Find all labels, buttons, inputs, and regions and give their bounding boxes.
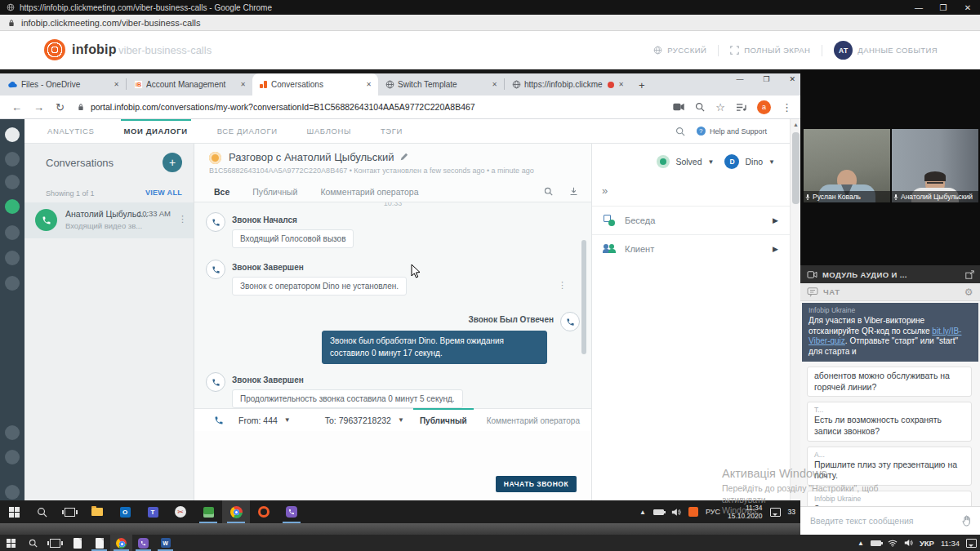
view-all-link[interactable]: VIEW ALL	[145, 189, 182, 197]
rail-icon[interactable]	[5, 175, 20, 189]
search-messages-icon[interactable]	[544, 187, 553, 196]
rail-apps-icon[interactable]	[5, 425, 20, 440]
browser-restore-button[interactable]: ❐	[763, 75, 769, 83]
address-bar[interactable]: portal.infobip.com/conversations/my-work…	[91, 102, 475, 112]
collapse-panel-icon[interactable]: »	[602, 184, 608, 197]
start-call-button[interactable]: НАЧАТЬ ЗВОНОК	[496, 476, 577, 492]
portal-scrollbar[interactable]: ▲	[790, 119, 800, 500]
word-icon[interactable]: W	[154, 535, 176, 551]
infobip-tray-icon[interactable]	[688, 507, 698, 517]
maximize-button[interactable]: ❐	[931, 3, 956, 12]
notes-app-icon[interactable]	[194, 500, 222, 523]
edit-title-icon[interactable]	[400, 153, 408, 161]
browser-tab-clickmeeting[interactable]: https://infobip.clickme ✕	[505, 73, 630, 96]
forward-button[interactable]: →	[33, 101, 44, 113]
new-conversation-button[interactable]: +	[163, 153, 182, 172]
keyboard-language[interactable]: РУС	[706, 508, 720, 516]
task-view-icon[interactable]	[44, 535, 66, 551]
zoom-icon[interactable]	[695, 102, 705, 112]
nav-tags[interactable]: ТЭГИ	[381, 119, 403, 144]
rail-icon[interactable]	[5, 225, 20, 240]
agent-select[interactable]: Dino	[745, 157, 763, 167]
speaker-icon[interactable]	[671, 508, 681, 517]
chevron-down-icon[interactable]: ▼	[768, 158, 775, 166]
minimize-button[interactable]: —	[906, 3, 931, 12]
tab-close-icon[interactable]: ✕	[238, 79, 247, 90]
filter-public[interactable]: Публичный	[252, 187, 297, 197]
tab-close-icon[interactable]: ✕	[364, 79, 373, 90]
tray-expand-icon[interactable]: ▲	[639, 509, 646, 516]
search-icon[interactable]	[22, 535, 44, 551]
bookmark-star-icon[interactable]: ☆	[715, 101, 725, 113]
browser-minimize-button[interactable]: —	[736, 75, 743, 83]
gear-icon[interactable]: ⚙	[964, 287, 973, 298]
scrollbar-thumb[interactable]	[792, 132, 800, 204]
chat-message-input[interactable]	[810, 516, 961, 526]
popout-icon[interactable]	[965, 270, 974, 279]
speaker-icon[interactable]	[904, 539, 913, 547]
viber-icon[interactable]	[132, 535, 154, 551]
rail-logo-icon[interactable]	[5, 127, 20, 142]
panel-section-conversation[interactable]: Беседа ▶	[592, 206, 790, 234]
rail-icon[interactable]	[5, 276, 20, 291]
nav-templates[interactable]: ШАБЛОНЫ	[307, 119, 351, 144]
teams-icon[interactable]: T	[139, 500, 167, 523]
new-tab-button[interactable]: +	[639, 79, 645, 91]
chrome-icon[interactable]	[222, 500, 250, 523]
help-support-link[interactable]: ? Help and Support	[697, 127, 767, 136]
composer-tab-public[interactable]: Публичный	[420, 409, 467, 432]
chrome-icon[interactable]	[110, 535, 132, 551]
raise-hand-icon[interactable]	[961, 515, 972, 527]
document-app-icon[interactable]	[88, 535, 110, 551]
tab-close-icon[interactable]: ✕	[617, 79, 626, 90]
viber-icon[interactable]	[278, 500, 305, 523]
item-menu-icon[interactable]: ⋮	[178, 214, 187, 224]
document-app-icon[interactable]	[66, 535, 88, 551]
clickmeeting-url[interactable]: infobip.clickmeeting.com/viber-business-…	[21, 18, 200, 28]
browser-tab-account[interactable]: iB Account Management ✕	[127, 73, 252, 96]
reading-list-icon[interactable]	[736, 103, 746, 112]
tray-expand-icon[interactable]: ▲	[858, 540, 864, 547]
browser-menu-icon[interactable]: ⋮	[782, 101, 792, 113]
rail-conversations-icon[interactable]	[5, 199, 20, 214]
back-button[interactable]: ←	[11, 101, 22, 113]
rail-icon[interactable]	[5, 152, 20, 167]
browser-tab-conversations[interactable]: Conversations ✕	[252, 73, 378, 96]
rail-icon[interactable]	[5, 485, 20, 500]
file-explorer-icon[interactable]	[83, 500, 111, 523]
close-button[interactable]: ✕	[956, 3, 980, 12]
nav-my-dialogs[interactable]: МОИ ДИАЛОГИ	[124, 119, 188, 144]
nav-all-dialogs[interactable]: ВСЕ ДИАЛОГИ	[217, 119, 278, 144]
chevron-down-icon[interactable]: ▼	[708, 158, 715, 166]
start-button[interactable]	[0, 535, 22, 551]
clock[interactable]: 11:34	[941, 539, 960, 548]
keyboard-language[interactable]: УКР	[920, 539, 934, 548]
fullscreen-button[interactable]: ПОЛНЫЙ ЭКРАН	[730, 46, 810, 55]
camera-icon[interactable]	[673, 103, 684, 111]
task-view-icon[interactable]	[56, 500, 83, 523]
audio-video-module-bar[interactable]: МОДУЛЬ АУДИО И ...	[800, 265, 980, 283]
rail-icon[interactable]	[5, 251, 20, 265]
wifi-icon[interactable]	[888, 540, 898, 547]
composer-tab-comment[interactable]: Комментарий оператора	[487, 409, 580, 432]
tab-close-icon[interactable]: ✕	[490, 79, 499, 90]
tab-close-icon[interactable]: ✕	[112, 79, 121, 90]
filter-comment[interactable]: Комментарий оператора	[320, 187, 418, 197]
search-icon[interactable]	[28, 500, 56, 523]
rail-account-icon[interactable]	[5, 450, 20, 464]
event-data-button[interactable]: AT ДАННЫЕ СОБЫТИЯ	[834, 41, 938, 60]
from-number-select[interactable]: From: 444 ▼	[238, 415, 291, 425]
clock[interactable]: 11:34 15.10.2020	[728, 504, 763, 520]
browser-tab-onedrive[interactable]: Files - OneDrive ✕	[0, 73, 126, 96]
outlook-icon[interactable]: O	[111, 500, 139, 523]
search-icon[interactable]	[675, 127, 685, 136]
reload-button[interactable]: ↻	[56, 101, 65, 113]
download-icon[interactable]	[569, 187, 578, 196]
filter-all[interactable]: Все	[214, 187, 229, 197]
message-menu-icon[interactable]: ⋮	[558, 280, 567, 291]
browser-profile-avatar[interactable]: a	[757, 100, 771, 114]
language-button[interactable]: РУССКИЙ	[653, 46, 706, 55]
opera-icon[interactable]	[250, 500, 278, 523]
browser-tab-switch-template[interactable]: Switch Template ✕	[378, 73, 504, 96]
notification-center-icon[interactable]	[770, 508, 781, 517]
